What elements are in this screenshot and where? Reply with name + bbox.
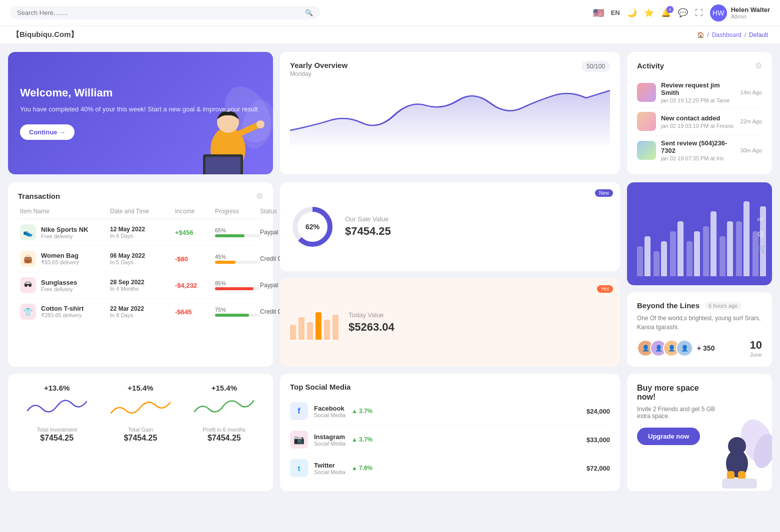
item-name-4: Cotton T-shirt bbox=[41, 305, 84, 312]
fullscreen-icon[interactable]: ⛶ bbox=[695, 8, 703, 17]
col-date: Date and Time bbox=[110, 208, 175, 215]
fb-pct: ▲ 3.7% bbox=[352, 408, 372, 415]
user-details: Helen Walter Admin bbox=[731, 6, 770, 19]
stats-card: +13.6% Total Investment $7454.25 +15.4% … bbox=[8, 374, 273, 491]
continue-button[interactable]: Continue → bbox=[20, 124, 74, 140]
promo-desc: Invite 2 Friends and get 5 GB extra spac… bbox=[637, 406, 717, 420]
progress-4: 75% bbox=[215, 307, 260, 317]
ig-sub: Social Media bbox=[314, 441, 346, 447]
stat-label-3: Profit in 6 months bbox=[188, 427, 261, 433]
wave-chart-2 bbox=[110, 396, 170, 421]
date-info-2: 06 May 2022 In 5 Days bbox=[110, 252, 175, 265]
promo-title: Buy more space now! bbox=[637, 384, 717, 402]
yearly-card-header: Yearly Overview Monday 50/100 bbox=[290, 61, 610, 77]
date-info-3: 28 Sep 2022 In 4 Months bbox=[110, 279, 175, 292]
col-income: Income bbox=[175, 208, 215, 215]
cart-icon[interactable]: 🛒 bbox=[757, 244, 767, 253]
activity-list: Review request jim Smith jan 03 19 12:25… bbox=[637, 77, 762, 165]
item-info-4: 👕 Cotton T-shirt ₹283.65 delivery bbox=[20, 304, 110, 320]
lang-label[interactable]: EN bbox=[611, 9, 620, 16]
hot-bar-chart bbox=[290, 305, 338, 340]
dark-mode-toggle[interactable]: 🌙 bbox=[627, 8, 637, 17]
promo-card: Buy more space now! Invite 2 Friends and… bbox=[627, 374, 772, 491]
activity-card: Activity ⚙ Review request jim Smith jan … bbox=[627, 52, 772, 174]
date-num: 10 bbox=[750, 339, 762, 352]
stat-value-2: $7454.25 bbox=[104, 434, 177, 443]
stat-pct-2: +15.4% bbox=[104, 384, 177, 392]
date-info-4: 22 Mar 2022 In 8 Days bbox=[110, 305, 175, 318]
sale-hot-card: Hot Today Value $5263.04 bbox=[280, 278, 620, 367]
edit-icon[interactable]: ✏ bbox=[757, 215, 767, 224]
breadcrumb-bar: 【Biqubiqu.Com】 🏠 / Dashboard / Default bbox=[0, 26, 780, 44]
social-info-tw: Twitter Social Media bbox=[314, 462, 346, 475]
date-info-1: 12 May 2022 In 6 Days bbox=[110, 226, 175, 239]
svg-rect-6 bbox=[206, 157, 240, 174]
upgrade-button[interactable]: Upgrade now bbox=[637, 428, 700, 445]
beyond-date: 10 June bbox=[750, 339, 762, 358]
item-sub-1: Free delivery bbox=[41, 233, 88, 239]
act-time-3: 30m Ago bbox=[740, 147, 762, 153]
fb-name: Facebook bbox=[314, 405, 346, 412]
date-month: June bbox=[750, 352, 762, 358]
item-info-1: 👟 Nike Sports NK Free delivery bbox=[20, 224, 110, 240]
flag-icon: 🇺🇸 bbox=[593, 7, 604, 18]
tw-value: $72,000 bbox=[586, 465, 610, 472]
sm-avatar-4: 👤 bbox=[676, 340, 693, 357]
hot-badge: Hot bbox=[597, 285, 613, 293]
sale-hot-info: Today Value $5263.04 bbox=[348, 311, 394, 334]
sales-column: New 62% Our Sale Value $7454.25 Hot bbox=[280, 182, 620, 367]
act-title-1: Review request jim Smith bbox=[661, 81, 736, 96]
beyond-desc: One Of the world,s brightest, young surf… bbox=[637, 314, 762, 332]
third-row: +13.6% Total Investment $7454.25 +15.4% … bbox=[0, 374, 780, 499]
act-sub-3: jan 02 19 07:35 PM at Iris bbox=[661, 155, 736, 161]
tw-name: Twitter bbox=[314, 462, 346, 469]
item-name-3: Sunglasses bbox=[41, 279, 77, 286]
act-time-2: 22m Ago bbox=[740, 118, 762, 124]
beyond-footer: 👤 👤 👤 👤 + 350 10 June bbox=[637, 339, 762, 358]
transaction-settings-icon[interactable]: ⚙ bbox=[256, 191, 263, 201]
avatars-row: 👤 👤 👤 👤 bbox=[637, 340, 693, 357]
search-bar[interactable]: 🔍 bbox=[10, 6, 320, 19]
welcome-card: Welcome, William You have completed 40% … bbox=[8, 52, 273, 174]
item-icon-1: 👟 bbox=[20, 224, 36, 240]
item-icon-2: 👜 bbox=[20, 251, 36, 267]
search-input[interactable] bbox=[17, 9, 301, 16]
breadcrumb-dashboard[interactable]: Dashboard bbox=[712, 31, 742, 38]
item-details-4: Cotton T-shirt ₹283.65 delivery bbox=[41, 305, 84, 319]
yearly-badge: 50/100 bbox=[582, 61, 610, 72]
sale-hot-label: Today Value bbox=[348, 311, 394, 319]
social-header: Top Social Media bbox=[290, 383, 610, 391]
social-info-ig: Instagram Social Media bbox=[314, 433, 346, 447]
transaction-col-headers: Item Name Date and Time Income Progress … bbox=[18, 208, 263, 219]
breadcrumb-default[interactable]: Default bbox=[749, 31, 768, 38]
income-1: +$456 bbox=[175, 229, 215, 236]
col-progress: Progress bbox=[215, 208, 260, 215]
item-sub-3: Free delivery bbox=[41, 286, 77, 292]
stat-label-2: Total Gain bbox=[104, 427, 177, 433]
user-info[interactable]: HW Helen Walter Admin bbox=[710, 4, 770, 21]
home-icon[interactable]: 🏠 bbox=[697, 31, 704, 38]
yearly-overview-card: Yearly Overview Monday 50/100 bbox=[280, 52, 620, 174]
notification-icon[interactable]: 🔔 4 bbox=[661, 8, 671, 17]
bookmark-icon[interactable]: ⭐ bbox=[644, 8, 654, 17]
settings-icon[interactable]: ⚙ bbox=[757, 229, 767, 239]
activity-settings-icon[interactable]: ⚙ bbox=[755, 61, 762, 70]
chat-icon[interactable]: 💬 bbox=[678, 8, 688, 17]
sale-new-value: $7454.25 bbox=[345, 225, 391, 238]
ig-value: $33,000 bbox=[586, 436, 610, 444]
activity-title: Activity bbox=[637, 61, 664, 70]
fb-value: $24,000 bbox=[586, 408, 610, 415]
list-item: 📷 Instagram Social Media ▲ 3.7% $33,000 bbox=[290, 426, 610, 454]
item-details-2: Women Bag ₹83.65 delivery bbox=[41, 252, 79, 266]
act-avatar-3 bbox=[637, 141, 656, 160]
table-row: 👕 Cotton T-shirt ₹283.65 delivery 22 Mar… bbox=[18, 299, 263, 325]
bar-chart bbox=[637, 196, 762, 276]
welcome-illustration bbox=[173, 84, 273, 174]
activity-header: Activity ⚙ bbox=[637, 61, 762, 70]
activity-item: New contact added jan 02 19 03:10 PM at … bbox=[637, 108, 762, 135]
promo-illustration bbox=[707, 416, 772, 491]
progress-2: 45% bbox=[215, 254, 260, 264]
tw-pct: ▲ 7.6% bbox=[352, 465, 372, 472]
transaction-card: Transaction ⚙ Item Name Date and Time In… bbox=[8, 182, 273, 367]
stat-value-1: $7454.25 bbox=[20, 434, 94, 443]
